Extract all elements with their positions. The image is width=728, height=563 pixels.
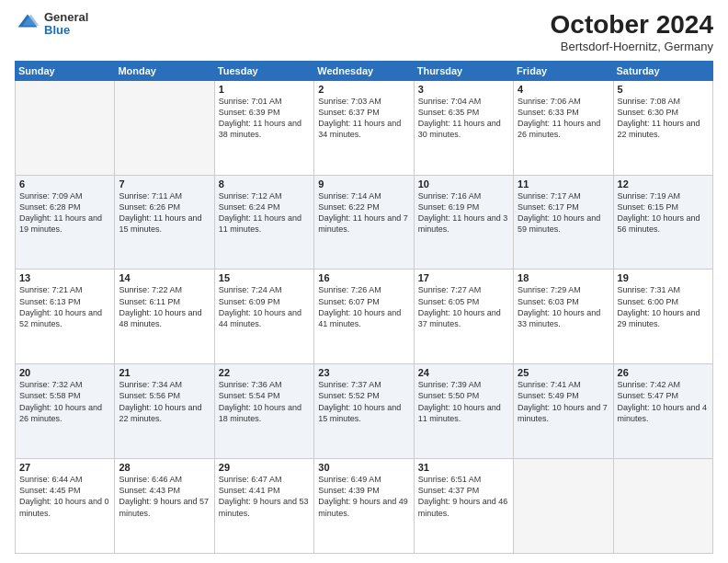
calendar-subtitle: Bertsdorf-Hoernitz, Germany (551, 40, 713, 53)
table-row: 24Sunrise: 7:39 AMSunset: 5:50 PMDayligh… (414, 364, 513, 459)
logo: General Blue (15, 11, 88, 38)
table-row: 15Sunrise: 7:24 AMSunset: 6:09 PMDayligh… (214, 270, 313, 364)
table-row (16, 80, 115, 175)
col-friday: Friday (514, 61, 613, 80)
day-number: 25 (518, 367, 609, 378)
table-row: 1Sunrise: 7:01 AMSunset: 6:39 PMDaylight… (214, 80, 313, 175)
day-detail: Sunrise: 7:09 AMSunset: 6:28 PMDaylight:… (19, 190, 110, 236)
table-row: 6Sunrise: 7:09 AMSunset: 6:28 PMDaylight… (16, 175, 115, 270)
table-row: 16Sunrise: 7:26 AMSunset: 6:07 PMDayligh… (314, 270, 414, 364)
col-thursday: Thursday (414, 61, 513, 80)
day-detail: Sunrise: 7:11 AMSunset: 6:26 PMDaylight:… (119, 190, 210, 236)
calendar-week-row: 6Sunrise: 7:09 AMSunset: 6:28 PMDaylight… (16, 175, 713, 270)
day-detail: Sunrise: 6:46 AMSunset: 4:43 PMDaylight:… (119, 474, 210, 519)
table-row: 23Sunrise: 7:37 AMSunset: 5:52 PMDayligh… (314, 364, 414, 459)
day-number: 28 (119, 462, 210, 473)
logo-icon (15, 11, 40, 37)
table-row: 14Sunrise: 7:22 AMSunset: 6:11 PMDayligh… (115, 270, 214, 364)
day-number: 16 (318, 272, 409, 283)
day-number: 4 (518, 84, 609, 95)
day-number: 26 (618, 367, 709, 378)
day-detail: Sunrise: 7:42 AMSunset: 5:47 PMDaylight:… (618, 379, 709, 424)
table-row: 28Sunrise: 6:46 AMSunset: 4:43 PMDayligh… (115, 459, 214, 554)
day-number: 6 (19, 178, 110, 190)
day-number: 8 (219, 178, 310, 190)
day-number: 19 (618, 272, 709, 283)
table-row: 30Sunrise: 6:49 AMSunset: 4:39 PMDayligh… (314, 459, 414, 554)
day-number: 14 (119, 272, 210, 283)
day-detail: Sunrise: 7:14 AMSunset: 6:22 PMDaylight:… (318, 190, 409, 236)
day-number: 13 (19, 272, 110, 283)
day-detail: Sunrise: 7:06 AMSunset: 6:33 PMDaylight:… (518, 96, 609, 141)
table-row: 18Sunrise: 7:29 AMSunset: 6:03 PMDayligh… (514, 270, 613, 364)
day-detail: Sunrise: 7:34 AMSunset: 5:56 PMDaylight:… (119, 379, 210, 424)
day-number: 10 (418, 178, 509, 190)
table-row: 29Sunrise: 6:47 AMSunset: 4:41 PMDayligh… (214, 459, 313, 554)
day-number: 24 (418, 367, 509, 378)
table-row: 8Sunrise: 7:12 AMSunset: 6:24 PMDaylight… (214, 175, 313, 270)
day-number: 22 (219, 367, 310, 378)
day-detail: Sunrise: 7:32 AMSunset: 5:58 PMDaylight:… (19, 379, 110, 424)
table-row (115, 80, 214, 175)
calendar-title: October 2024 (551, 11, 713, 40)
day-detail: Sunrise: 7:21 AMSunset: 6:13 PMDaylight:… (19, 284, 110, 329)
table-row: 4Sunrise: 7:06 AMSunset: 6:33 PMDaylight… (514, 80, 613, 175)
title-block: October 2024 Bertsdorf-Hoernitz, Germany (551, 11, 713, 53)
calendar-week-row: 1Sunrise: 7:01 AMSunset: 6:39 PMDaylight… (16, 80, 713, 175)
table-row: 26Sunrise: 7:42 AMSunset: 5:47 PMDayligh… (613, 364, 712, 459)
col-tuesday: Tuesday (214, 61, 313, 80)
table-row: 20Sunrise: 7:32 AMSunset: 5:58 PMDayligh… (16, 364, 115, 459)
day-number: 12 (618, 178, 709, 190)
day-detail: Sunrise: 7:22 AMSunset: 6:11 PMDaylight:… (119, 284, 210, 329)
day-number: 1 (219, 84, 310, 95)
day-number: 3 (418, 84, 509, 95)
table-row: 5Sunrise: 7:08 AMSunset: 6:30 PMDaylight… (613, 80, 712, 175)
day-detail: Sunrise: 7:39 AMSunset: 5:50 PMDaylight:… (418, 379, 509, 424)
day-detail: Sunrise: 7:16 AMSunset: 6:19 PMDaylight:… (418, 190, 509, 236)
day-number: 17 (418, 272, 509, 283)
table-row: 25Sunrise: 7:41 AMSunset: 5:49 PMDayligh… (514, 364, 613, 459)
day-number: 21 (119, 367, 210, 378)
col-sunday: Sunday (16, 61, 115, 80)
table-row: 12Sunrise: 7:19 AMSunset: 6:15 PMDayligh… (613, 175, 712, 270)
col-monday: Monday (115, 61, 214, 80)
day-detail: Sunrise: 7:04 AMSunset: 6:35 PMDaylight:… (418, 96, 509, 141)
logo-blue: Blue (44, 24, 88, 37)
table-row: 10Sunrise: 7:16 AMSunset: 6:19 PMDayligh… (414, 175, 513, 270)
table-row: 3Sunrise: 7:04 AMSunset: 6:35 PMDaylight… (414, 80, 513, 175)
day-detail: Sunrise: 7:36 AMSunset: 5:54 PMDaylight:… (219, 379, 310, 424)
table-row: 22Sunrise: 7:36 AMSunset: 5:54 PMDayligh… (214, 364, 313, 459)
day-detail: Sunrise: 7:19 AMSunset: 6:15 PMDaylight:… (618, 190, 709, 236)
day-number: 27 (19, 462, 110, 473)
day-number: 15 (219, 272, 310, 283)
day-detail: Sunrise: 6:47 AMSunset: 4:41 PMDaylight:… (219, 474, 310, 519)
calendar-week-row: 20Sunrise: 7:32 AMSunset: 5:58 PMDayligh… (16, 364, 713, 459)
day-detail: Sunrise: 6:51 AMSunset: 4:37 PMDaylight:… (418, 474, 509, 519)
table-row: 19Sunrise: 7:31 AMSunset: 6:00 PMDayligh… (613, 270, 712, 364)
day-detail: Sunrise: 6:44 AMSunset: 4:45 PMDaylight:… (19, 474, 110, 519)
day-number: 29 (219, 462, 310, 473)
day-detail: Sunrise: 7:24 AMSunset: 6:09 PMDaylight:… (219, 284, 310, 329)
day-number: 31 (418, 462, 509, 473)
day-number: 11 (518, 178, 609, 190)
table-row: 9Sunrise: 7:14 AMSunset: 6:22 PMDaylight… (314, 175, 414, 270)
day-detail: Sunrise: 7:03 AMSunset: 6:37 PMDaylight:… (318, 96, 409, 141)
day-detail: Sunrise: 7:17 AMSunset: 6:17 PMDaylight:… (518, 190, 609, 236)
col-wednesday: Wednesday (314, 61, 414, 80)
day-number: 30 (318, 462, 409, 473)
day-number: 7 (119, 178, 210, 190)
day-detail: Sunrise: 7:26 AMSunset: 6:07 PMDaylight:… (318, 284, 409, 329)
table-row (514, 459, 613, 554)
calendar-table: Sunday Monday Tuesday Wednesday Thursday… (15, 61, 713, 554)
logo-text: General Blue (44, 11, 88, 38)
day-detail: Sunrise: 7:12 AMSunset: 6:24 PMDaylight:… (219, 190, 310, 236)
day-number: 23 (318, 367, 409, 378)
calendar-week-row: 27Sunrise: 6:44 AMSunset: 4:45 PMDayligh… (16, 459, 713, 554)
day-number: 18 (518, 272, 609, 283)
table-row: 31Sunrise: 6:51 AMSunset: 4:37 PMDayligh… (414, 459, 513, 554)
day-number: 20 (19, 367, 110, 378)
calendar-header-row: Sunday Monday Tuesday Wednesday Thursday… (16, 61, 713, 80)
table-row: 11Sunrise: 7:17 AMSunset: 6:17 PMDayligh… (514, 175, 613, 270)
table-row: 7Sunrise: 7:11 AMSunset: 6:26 PMDaylight… (115, 175, 214, 270)
table-row: 17Sunrise: 7:27 AMSunset: 6:05 PMDayligh… (414, 270, 513, 364)
